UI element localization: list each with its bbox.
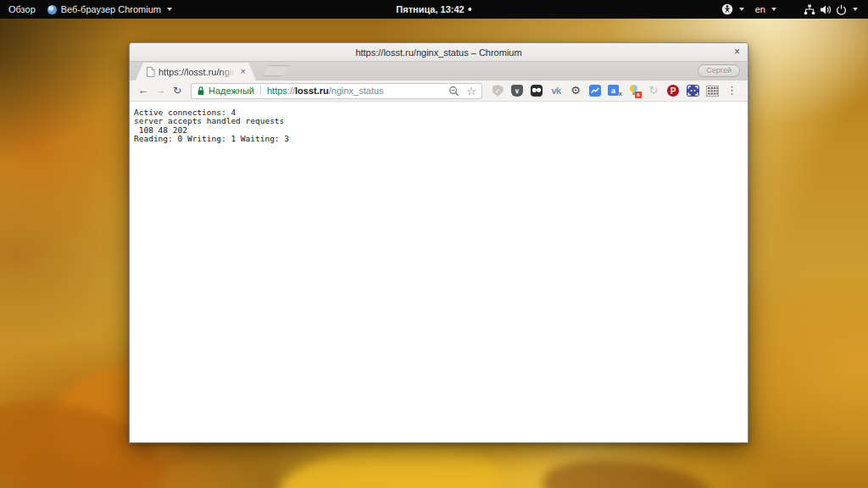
page-content: Active connections: 4 server accepts han…	[130, 102, 748, 442]
system-status-menu[interactable]	[804, 4, 858, 15]
profile-button[interactable]: Сергей	[698, 64, 740, 77]
analytics-chart-extension-icon[interactable]	[588, 84, 602, 97]
translate-x-glyph: x	[619, 90, 622, 97]
grid-icon	[706, 86, 719, 97]
sync-extension-icon[interactable]: ↻	[647, 84, 660, 97]
forward-button[interactable]: →	[153, 84, 167, 97]
chart-icon	[589, 85, 601, 97]
zoom-magnifier-icon[interactable]	[448, 86, 459, 97]
chevron-down-icon	[167, 8, 172, 11]
clock-button[interactable]: Пятница, 13:42	[396, 4, 471, 14]
notification-dot-icon	[469, 8, 472, 11]
bookmark-star-icon[interactable]: ☆	[466, 86, 476, 97]
extension-badge-count: 6	[635, 92, 642, 98]
page-favicon-icon	[146, 67, 155, 77]
browser-window: https://losst.ru/nginx_status – Chromium…	[129, 42, 748, 443]
chevron-down-icon	[853, 8, 858, 11]
pocket-extension-icon[interactable]: ∨	[510, 84, 524, 97]
url-host: losst.ru	[295, 86, 329, 96]
keyboard-layout-label: en	[755, 4, 765, 14]
tab-close-button[interactable]: ×	[241, 67, 246, 76]
screenshot-capture-extension-icon[interactable]	[686, 84, 699, 97]
window-title: https://losst.ru/nginx_status – Chromium	[355, 47, 521, 58]
table-grid-extension-icon[interactable]	[705, 84, 719, 97]
tab-title: https://losst.ru/nginx_status	[159, 67, 237, 77]
window-titlebar[interactable]: https://losst.ru/nginx_status – Chromium…	[130, 43, 748, 62]
app-menu-button[interactable]: Веб-браузер Chromium	[47, 4, 172, 14]
browser-toolbar: ← → ↻ Надежный https://losst.ru/nginx_st…	[130, 80, 748, 102]
url-text: https://losst.ru/nginx_status	[267, 86, 443, 96]
reload-button[interactable]: ↻	[170, 84, 184, 97]
volume-icon	[820, 4, 832, 15]
address-bar[interactable]: Надежный https://losst.ru/nginx_status ☆	[191, 83, 482, 99]
wallpaper-leaf	[541, 456, 714, 488]
security-chip-label: Надежный	[209, 86, 254, 96]
settings-gear-extension-icon[interactable]: ⚙	[569, 84, 582, 97]
browser-menu-button[interactable]: ⋮	[726, 84, 737, 97]
power-icon	[836, 4, 847, 15]
url-scheme: https	[267, 86, 287, 96]
vk-extension-icon[interactable]: vk	[549, 84, 563, 97]
url-path: /nginx_status	[329, 86, 384, 96]
clock-label: Пятница, 13:42	[396, 4, 464, 14]
window-close-button[interactable]: ×	[734, 46, 740, 58]
translate-a-icon: a	[608, 85, 619, 96]
accessibility-menu[interactable]	[721, 3, 744, 15]
activities-label: Обзор	[8, 4, 36, 14]
panda-face-icon	[531, 85, 542, 97]
chromium-icon	[47, 5, 57, 14]
back-button[interactable]: ←	[136, 84, 150, 97]
new-tab-button[interactable]	[263, 65, 288, 76]
capture-brackets-icon	[687, 85, 699, 97]
omnibox-separator	[260, 86, 261, 96]
keyboard-layout-menu[interactable]: en	[755, 4, 776, 14]
nginx-status-line: Reading: 0 Writing: 1 Waiting: 3	[134, 135, 748, 143]
tab-strip: https://losst.ru/nginx_status × Сергей	[130, 62, 748, 80]
chevron-down-icon	[771, 8, 776, 11]
shield-chevron-icon: ∨	[511, 85, 523, 97]
nginx-status-line: server accepts handled requests	[134, 117, 748, 125]
extensions-row: ✓ ∨ vk ⚙ a x 6 ↻ P	[491, 84, 719, 97]
gnome-top-bar: Обзор Веб-браузер Chromium Пятница, 13:4…	[0, 0, 868, 19]
lightbulb-extension-icon[interactable]: 6	[627, 84, 641, 97]
security-chip[interactable]: Надежный	[197, 86, 254, 96]
url-scheme-separator: ://	[287, 86, 295, 96]
tab-nginx-status[interactable]: https://losst.ru/nginx_status ×	[136, 63, 256, 80]
panda-extension-icon[interactable]	[530, 84, 543, 97]
lock-icon	[197, 86, 205, 96]
accessibility-icon	[721, 3, 733, 15]
app-menu-label: Веб-браузер Chromium	[61, 4, 161, 14]
shield-check-icon: ✓	[492, 85, 504, 97]
pinterest-extension-icon[interactable]: P	[666, 84, 680, 97]
network-wired-icon	[804, 4, 815, 15]
pinterest-p-icon: P	[667, 85, 679, 97]
wallpaper-leaf	[276, 438, 504, 488]
translate-extension-icon[interactable]: a x	[608, 84, 621, 97]
activities-button[interactable]: Обзор	[8, 4, 36, 14]
privacy-shield-extension-icon[interactable]: ✓	[491, 84, 504, 97]
chevron-down-icon	[739, 8, 744, 11]
